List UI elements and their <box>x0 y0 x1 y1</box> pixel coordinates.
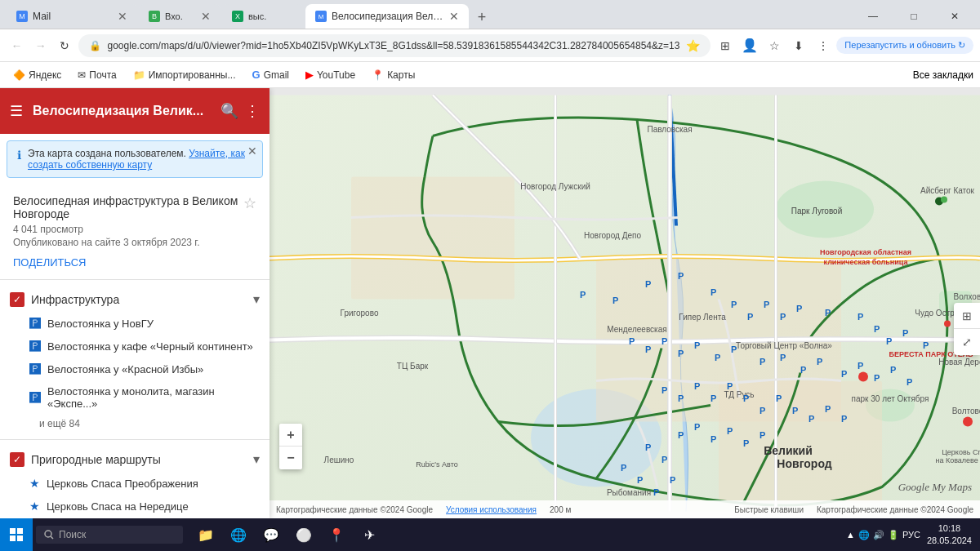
zoom-in-button[interactable]: + <box>279 424 302 447</box>
minimize-button[interactable]: — <box>854 4 892 29</box>
tab-tab2[interactable]: В Вхо. ✕ <box>139 4 220 29</box>
parking-icon-2: 🅿 <box>29 340 41 353</box>
svg-text:P: P <box>760 430 765 440</box>
layer-item-label-2: Велостоянка у кафе «Черный континент» <box>47 340 260 353</box>
star-button[interactable]: ☆ <box>243 194 256 212</box>
bookmark-import-label: Импортированны... <box>149 69 236 81</box>
taskbar-icon-chrome[interactable]: ⚪ <box>289 520 318 549</box>
reload-button[interactable]: ↻ <box>54 34 74 57</box>
tray-up-arrow[interactable]: ▲ <box>846 530 855 540</box>
settings-button[interactable]: ⋮ <box>812 34 835 57</box>
layer-routes-expand[interactable]: ▾ <box>253 451 260 467</box>
taskbar-icons: 📁 🌐 💬 ⚪ 📍 ✈ <box>191 520 384 549</box>
layer-infrastructure-expand[interactable]: ▾ <box>253 291 260 307</box>
svg-text:P: P <box>645 279 651 289</box>
svg-text:ТЦ Барк: ТЦ Барк <box>397 362 429 371</box>
bookmark-pochta[interactable]: ✉ Почта <box>71 68 122 82</box>
layer-routes-checkbox[interactable] <box>10 452 24 467</box>
maximize-button[interactable]: □ <box>895 4 933 29</box>
svg-text:клиническая больница: клиническая больница <box>824 258 909 266</box>
layer-item-4[interactable]: 🅿 Велостоянка у монолита, магазин «Экспе… <box>0 380 270 415</box>
tab-mail[interactable]: M Маil ✕ <box>7 4 137 29</box>
address-bar[interactable]: 🔒 google.com/maps/d/u/0/viewer?mid=1ho5X… <box>78 34 711 57</box>
tab-close-mail[interactable]: ✕ <box>118 10 127 23</box>
map-attribution: Картографические данные ©2024 Google Усл… <box>270 500 980 518</box>
bookmark-maps[interactable]: 📍 Карты <box>365 68 421 82</box>
restart-button[interactable]: Перезапустить и обновить ↻ <box>836 37 973 54</box>
sidebar-search-icon[interactable]: 🔍 <box>220 102 238 120</box>
svg-line-104 <box>51 536 53 539</box>
svg-text:Новгородская областная: Новгородская областная <box>820 248 911 256</box>
star-route-icon-2: ★ <box>29 500 40 513</box>
parking-icon-3: 🅿 <box>29 362 41 375</box>
info-banner-close[interactable]: ✕ <box>247 144 257 158</box>
layer-routes-name: Пригородные маршруты <box>31 453 247 466</box>
parking-icon-4: 🅿 <box>29 391 41 404</box>
new-tab-button[interactable]: + <box>470 6 493 29</box>
download-button[interactable]: ⬇ <box>787 34 810 57</box>
side-expand-icon[interactable]: ⊞ <box>954 303 980 329</box>
layer-infrastructure-checkbox[interactable] <box>10 292 24 307</box>
taskbar-search-icon <box>44 530 54 540</box>
tab-label2: Вхо. <box>165 11 196 21</box>
svg-text:Волховец: Волховец <box>954 292 980 301</box>
taskbar-clock[interactable]: 10:18 28.05.2024 <box>927 522 972 548</box>
svg-text:P: P <box>825 308 831 318</box>
all-bookmarks[interactable]: Все закладки <box>913 69 973 81</box>
taskbar-icon-whatsapp[interactable]: 💬 <box>256 520 286 549</box>
svg-text:P: P <box>760 406 765 415</box>
taskbar-icon-maps2[interactable]: 📍 <box>322 520 351 549</box>
back-button[interactable]: ← <box>7 34 27 57</box>
hamburger-icon[interactable]: ☰ <box>10 102 23 120</box>
taskbar-search-label: Поиск <box>59 529 86 540</box>
svg-text:Новгород: Новгород <box>777 457 831 470</box>
svg-text:P: P <box>731 344 737 354</box>
layer-infrastructure-header[interactable]: Инфраструктура ▾ <box>0 287 270 312</box>
zoom-out-button[interactable]: − <box>279 447 302 469</box>
svg-text:P: P <box>890 365 896 375</box>
svg-text:Великий: Великий <box>764 444 813 457</box>
svg-text:P: P <box>764 300 769 309</box>
svg-text:Волтово: Волтово <box>952 407 980 415</box>
share-button[interactable]: ПОДЕЛИТЬСЯ <box>13 256 86 269</box>
google-my-maps-logo: Google My Maps <box>898 481 972 494</box>
keyboard-shortcuts[interactable]: Быстрые клавиши <box>734 505 804 514</box>
taskbar-icon-edge[interactable]: 🌐 <box>224 520 253 549</box>
layer-route-item-1[interactable]: ★ Церковь Спаса Преображения <box>0 472 270 495</box>
terms-link[interactable]: Условия использования <box>446 505 537 514</box>
layer-item-3[interactable]: 🅿 Велостоянка у «Красной Избы» <box>0 358 270 380</box>
tab-close-maps[interactable]: ✕ <box>449 10 459 23</box>
svg-text:P: P <box>637 475 643 485</box>
bookmark-button[interactable]: ☆ <box>763 34 786 57</box>
start-button[interactable] <box>0 518 33 551</box>
layer-routes-header[interactable]: Пригородные маршруты ▾ <box>0 447 270 472</box>
taskbar-icon-file[interactable]: 📁 <box>191 520 220 549</box>
layer-item-2[interactable]: 🅿 Велостоянка у кафе «Черный континент» <box>0 335 270 358</box>
svg-text:P: P <box>874 324 880 334</box>
tab-maps[interactable]: M Велосипедизация Велик... ✕ <box>305 4 469 29</box>
bookmark-google[interactable]: G Gmail <box>246 67 296 82</box>
layer-item-1[interactable]: 🅿 Велостоянка у НовГУ <box>0 312 270 335</box>
bookmark-import[interactable]: 📁 Импортированны... <box>127 68 243 82</box>
bookmark-yandex[interactable]: 🔶 Яндекс <box>7 68 68 82</box>
forward-button[interactable]: → <box>30 34 51 57</box>
side-fullscreen-icon[interactable]: ⤢ <box>954 329 980 355</box>
tab-label3: выс. <box>248 11 294 21</box>
taskbar-icon-telegram[interactable]: ✈ <box>354 520 384 549</box>
layer-route-item-2[interactable]: ★ Церковь Спаса на Нередице <box>0 495 270 518</box>
scale-text: 200 м <box>550 505 571 514</box>
tab-tab3[interactable]: X выс. <box>222 4 304 29</box>
close-button[interactable]: ✕ <box>936 4 973 29</box>
taskbar-search[interactable]: Поиск <box>36 526 183 544</box>
svg-text:P: P <box>792 406 798 415</box>
svg-text:P: P <box>678 349 684 358</box>
extensions-button[interactable]: ⊞ <box>714 34 737 57</box>
map-area[interactable]: Павловская Парк Луговой Григорово Новгор… <box>270 88 980 518</box>
svg-text:ТД Русь: ТД Русь <box>724 390 754 399</box>
tab-close2[interactable]: ✕ <box>201 10 211 23</box>
bookmark-youtube[interactable]: ▶ YouTube <box>299 67 362 82</box>
layer-infrastructure-more[interactable]: и ещё 84 <box>0 415 270 433</box>
profile-button[interactable]: 👤 <box>738 34 761 57</box>
sidebar-more-icon[interactable]: ⋮ <box>245 102 260 120</box>
svg-text:P: P <box>694 422 700 432</box>
